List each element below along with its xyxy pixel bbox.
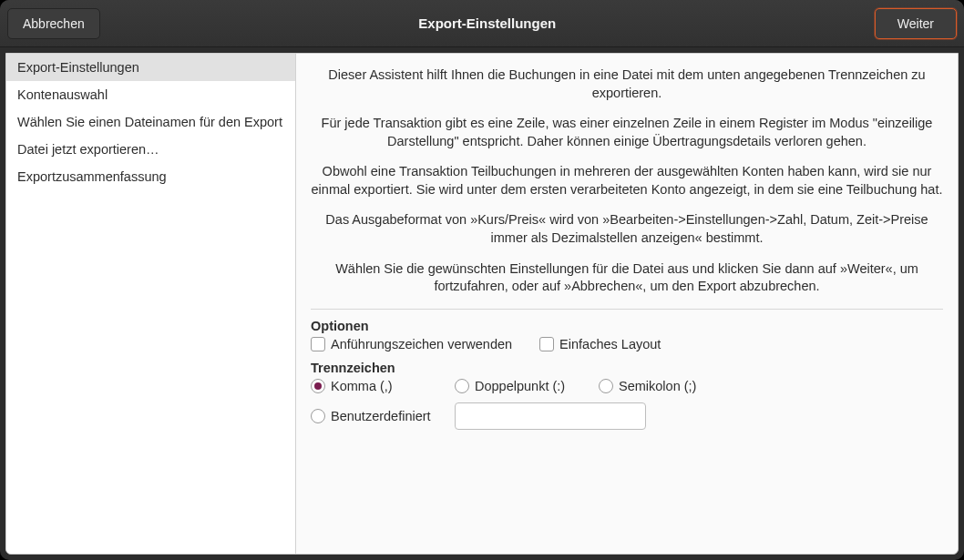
options-section: Optionen Anführungszeichen verwenden Ein… <box>311 319 943 351</box>
use-quotes-option[interactable]: Anführungszeichen verwenden <box>311 337 512 351</box>
sidebar-item-export-settings[interactable]: Export-Einstellungen <box>6 54 295 81</box>
separator-colon-option[interactable]: Doppelpunkt (:) <box>455 379 591 393</box>
sidebar-item-export-now[interactable]: Datei jetzt exportieren… <box>6 136 295 163</box>
simple-layout-label: Einfaches Layout <box>559 337 661 351</box>
description-paragraph: Dieser Assistent hilft Ihnen die Buchung… <box>311 66 943 102</box>
sidebar-item-account-selection[interactable]: Kontenauswahl <box>6 81 295 108</box>
separator-custom-option[interactable]: Benutzerdefiniert <box>311 409 447 423</box>
wizard-sidebar: Export-Einstellungen Kontenauswahl Wähle… <box>6 54 296 554</box>
export-settings-dialog: Abbrechen Export-Einstellungen Weiter Ex… <box>0 0 964 560</box>
content-area: Export-Einstellungen Kontenauswahl Wähle… <box>5 53 959 555</box>
separator-semicolon-radio[interactable] <box>599 379 613 393</box>
titlebar: Abbrechen Export-Einstellungen Weiter <box>0 0 964 47</box>
separator-comma-label: Komma (,) <box>331 379 393 393</box>
use-quotes-checkbox[interactable] <box>311 337 325 351</box>
divider <box>311 309 943 310</box>
separator-comma-option[interactable]: Komma (,) <box>311 379 447 393</box>
description-paragraph: Wählen Sie die gewünschten Einstellungen… <box>311 260 943 296</box>
next-button[interactable]: Weiter <box>875 8 957 39</box>
separator-semicolon-label: Semikolon (;) <box>619 379 696 393</box>
separator-custom-radio[interactable] <box>311 409 325 423</box>
separator-section: Trennzeichen Komma (,) Doppelpunkt (:) S… <box>311 361 943 430</box>
description-paragraph: Für jede Transaktion gibt es eine Zeile,… <box>311 115 943 150</box>
separator-comma-radio[interactable] <box>311 379 325 393</box>
sidebar-item-choose-filename[interactable]: Wählen Sie einen Dateinamen für den Expo… <box>6 108 295 136</box>
main-panel: Dieser Assistent hilft Ihnen die Buchung… <box>296 54 958 554</box>
separator-colon-label: Doppelpunkt (:) <box>475 379 565 393</box>
description-text: Dieser Assistent hilft Ihnen die Buchung… <box>311 66 943 296</box>
separator-custom-input[interactable] <box>455 402 646 430</box>
use-quotes-label: Anführungszeichen verwenden <box>331 337 512 351</box>
dialog-title: Export-Einstellungen <box>100 15 875 31</box>
separator-heading: Trennzeichen <box>311 361 943 375</box>
sidebar-item-export-summary[interactable]: Exportzusammenfassung <box>6 163 295 190</box>
simple-layout-checkbox[interactable] <box>539 337 554 351</box>
options-heading: Optionen <box>311 319 943 333</box>
simple-layout-option[interactable]: Einfaches Layout <box>539 337 661 351</box>
separator-custom-label: Benutzerdefiniert <box>331 409 431 423</box>
description-paragraph: Obwohl eine Transaktion Teilbuchungen in… <box>311 163 943 199</box>
separator-colon-radio[interactable] <box>455 379 469 393</box>
cancel-button[interactable]: Abbrechen <box>7 8 100 39</box>
separator-semicolon-option[interactable]: Semikolon (;) <box>599 379 735 393</box>
description-paragraph: Das Ausgabeformat von »Kurs/Preis« wird … <box>311 211 943 247</box>
